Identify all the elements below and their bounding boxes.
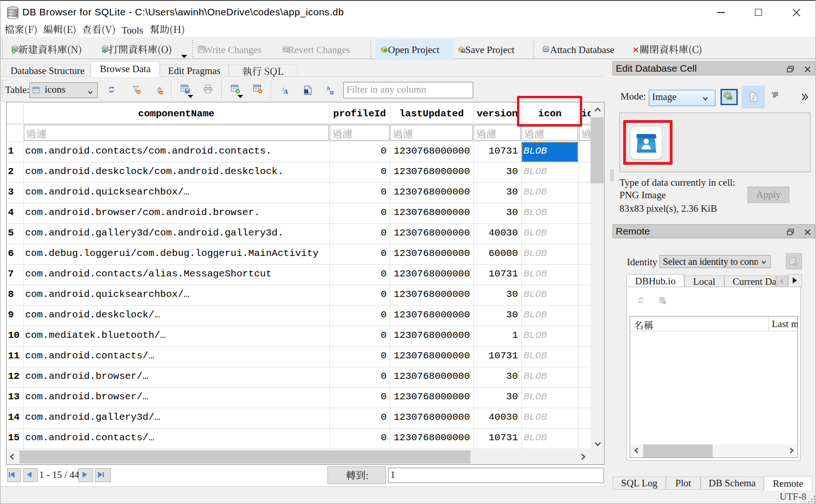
- svg-text:A: A: [283, 88, 288, 95]
- svg-text:a: a: [330, 88, 334, 95]
- svg-text:h: h: [327, 86, 330, 92]
